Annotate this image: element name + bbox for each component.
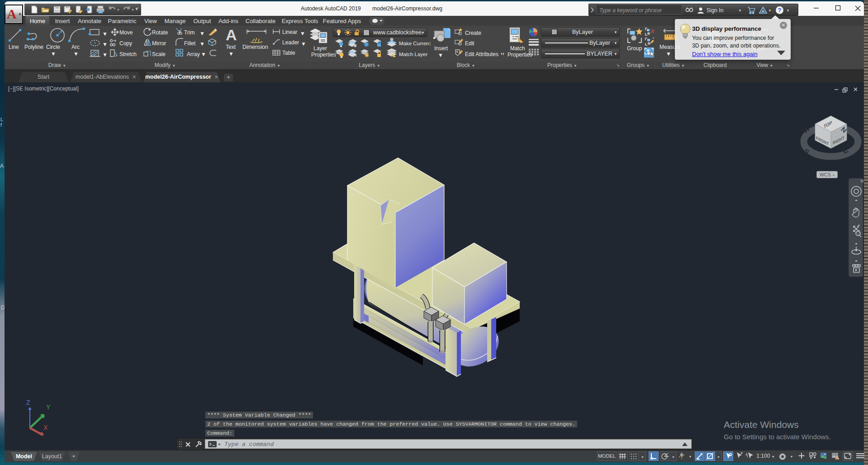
svg-text:Y: Y [46,403,51,411]
svg-text:Z: Z [26,399,30,406]
svg-text:A: A [226,27,237,43]
svg-text:X: X [43,424,48,431]
svg-text:?: ? [778,7,782,14]
svg-text:A: A [7,6,17,21]
